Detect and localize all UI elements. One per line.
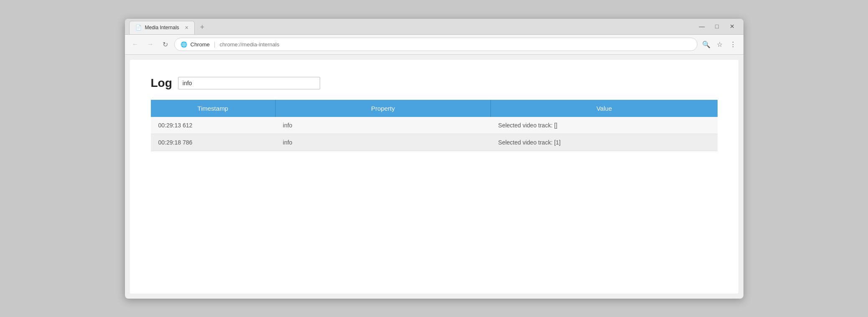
address-bar: ← → ↻ 🌐 Chrome | chrome://media-internal… <box>125 35 743 55</box>
table-header: Timestamp Property Value <box>151 100 718 117</box>
back-button[interactable]: ← <box>129 38 142 51</box>
log-header: Log <box>151 76 718 90</box>
browser-window: 📄 Media Internals × + — □ ✕ ← → ↻ 🌐 Chro… <box>125 19 743 299</box>
title-bar: 📄 Media Internals × + — □ ✕ <box>125 19 743 35</box>
menu-button[interactable]: ⋮ <box>727 38 739 51</box>
url-bar[interactable]: 🌐 Chrome | chrome://media-internals <box>174 38 697 51</box>
url-site: Chrome <box>191 41 210 48</box>
url-separator: | <box>214 41 216 48</box>
url-path: chrome://media-internals <box>219 41 279 48</box>
cell-timestamp-0: 00:29:13 612 <box>151 117 275 134</box>
minimize-button[interactable]: — <box>695 19 709 33</box>
cell-property-0: info <box>275 117 491 134</box>
bookmark-button[interactable]: ☆ <box>713 38 726 51</box>
search-button[interactable]: 🔍 <box>700 38 713 51</box>
active-tab[interactable]: 📄 Media Internals × <box>129 21 195 34</box>
page-content: Log Timestamp Property Value 00:29:13 61… <box>130 60 738 294</box>
tab-close-button[interactable]: × <box>185 25 188 30</box>
column-header-timestamp: Timestamp <box>151 100 275 117</box>
table-body: 00:29:13 612 info Selected video track: … <box>151 117 718 151</box>
toolbar-right: 🔍 ☆ ⋮ <box>700 38 739 51</box>
column-header-property: Property <box>275 100 491 117</box>
table-row: 00:29:18 786 info Selected video track: … <box>151 134 718 151</box>
forward-button[interactable]: → <box>144 38 157 51</box>
tab-strip: 📄 Media Internals × + <box>125 19 695 34</box>
secure-icon: 🌐 <box>181 41 187 48</box>
cell-timestamp-1: 00:29:18 786 <box>151 134 275 151</box>
tab-page-icon: 📄 <box>135 25 142 30</box>
table-row: 00:29:13 612 info Selected video track: … <box>151 117 718 134</box>
cell-value-1: Selected video track: [1] <box>491 134 717 151</box>
maximize-button[interactable]: □ <box>710 19 724 33</box>
log-label: Log <box>151 76 172 90</box>
reload-button[interactable]: ↻ <box>159 38 172 51</box>
new-tab-button[interactable]: + <box>196 22 208 33</box>
window-controls: — □ ✕ <box>695 19 743 33</box>
log-section: Log Timestamp Property Value 00:29:13 61… <box>151 76 718 151</box>
close-button[interactable]: ✕ <box>725 19 739 33</box>
cell-property-1: info <box>275 134 491 151</box>
cell-value-0: Selected video track: [] <box>491 117 717 134</box>
column-header-value: Value <box>491 100 717 117</box>
tab-title: Media Internals <box>145 25 179 30</box>
log-table: Timestamp Property Value 00:29:13 612 in… <box>151 100 718 151</box>
log-filter-input[interactable] <box>178 77 320 89</box>
